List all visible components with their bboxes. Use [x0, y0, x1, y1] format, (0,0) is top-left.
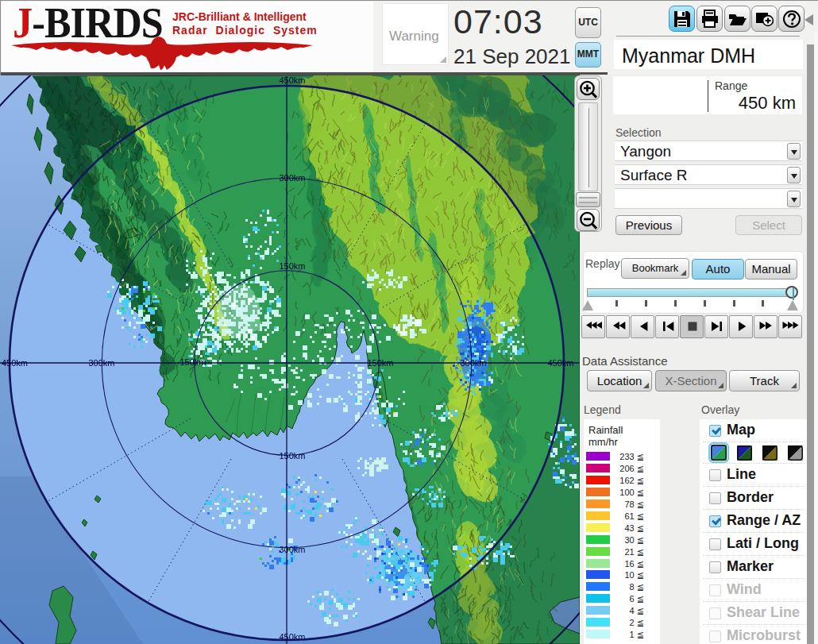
svg-text:450km: 450km: [2, 358, 28, 368]
svg-text:150km: 150km: [179, 357, 206, 367]
svg-text:450km: 450km: [279, 75, 305, 85]
svg-text:300km: 300km: [279, 173, 305, 183]
svg-text:150km: 150km: [279, 451, 305, 461]
svg-text:300km: 300km: [279, 545, 305, 554]
svg-text:150km: 150km: [367, 358, 393, 368]
svg-text:150km: 150km: [279, 261, 305, 271]
svg-text:450km: 450km: [279, 632, 305, 642]
svg-text:450km: 450km: [547, 358, 573, 368]
svg-text:300km: 300km: [460, 358, 486, 368]
svg-text:300km: 300km: [88, 358, 114, 368]
